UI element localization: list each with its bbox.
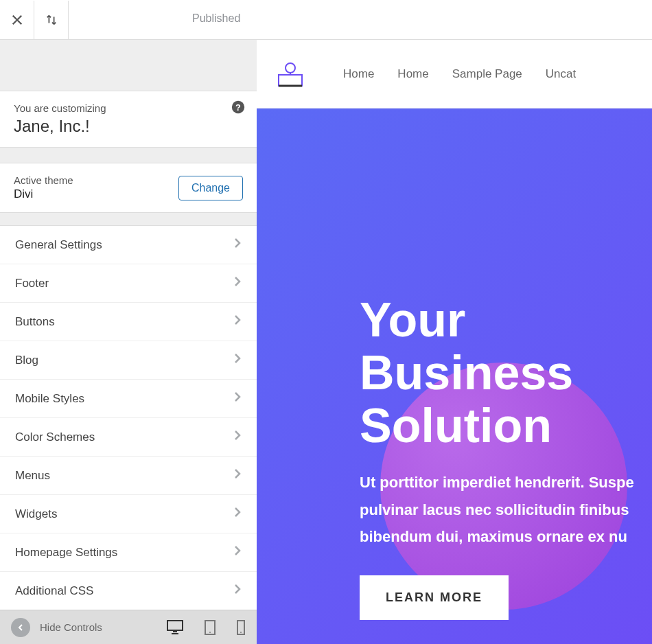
menu-item-label: Color Schemes	[15, 430, 95, 444]
customizing-sublabel: You are customizing	[14, 102, 243, 114]
nav-link[interactable]: Home	[397, 67, 428, 81]
hero-title: Your Business Solution	[360, 294, 652, 452]
chevron-right-icon	[233, 583, 242, 599]
theme-name: Divi	[14, 187, 73, 201]
hide-controls-label[interactable]: Hide Controls	[40, 621, 102, 633]
change-theme-button[interactable]: Change	[178, 176, 243, 200]
close-icon	[11, 14, 23, 26]
tablet-icon[interactable]	[203, 619, 217, 636]
chevron-right-icon	[233, 275, 242, 291]
help-icon[interactable]: ?	[231, 100, 246, 115]
chevron-right-icon	[233, 237, 242, 253]
chevron-right-icon	[233, 314, 242, 330]
menu-item-buttons[interactable]: Buttons	[0, 303, 257, 341]
spacer	[0, 213, 257, 225]
hero-title-line1: Your Business	[360, 293, 573, 400]
hero-p-line1: Ut porttitor imperdiet hendrerit. Suspe	[360, 474, 634, 491]
menu-item-label: Blog	[15, 354, 38, 367]
hero-p-line2: pulvinar lacus nec sollicitudin finibus	[360, 501, 629, 518]
hero-section: Your Business Solution Ut porttitor impe…	[257, 108, 652, 644]
menu-item-menus[interactable]: Menus	[0, 457, 257, 495]
publish-status: Published	[184, 8, 248, 29]
menu-item-label: Menus	[15, 469, 50, 483]
chevron-left-icon	[16, 623, 25, 632]
chevron-right-icon	[233, 429, 242, 445]
menu-item-label: Additional CSS	[15, 584, 93, 598]
site-header: Home Home Sample Page Uncat	[257, 40, 652, 108]
menu-item-footer[interactable]: Footer	[0, 264, 257, 303]
hero-paragraph: Ut porttitor imperdiet hendrerit. Suspe …	[360, 469, 652, 551]
svg-rect-2	[167, 621, 183, 630]
phone-icon[interactable]	[236, 619, 246, 636]
menu-item-widgets[interactable]: Widgets	[0, 495, 257, 533]
menu-item-general-settings[interactable]: General Settings	[0, 226, 257, 264]
nav-link[interactable]: Home	[343, 67, 374, 81]
top-bar: Published	[0, 0, 652, 40]
theme-label: Active theme	[14, 174, 73, 186]
main-area: You are customizing Jane, Inc.! ? Active…	[0, 40, 652, 644]
swap-icon	[45, 14, 58, 26]
chevron-right-icon	[233, 352, 242, 368]
chevron-right-icon	[233, 468, 242, 483]
active-theme-block: Active theme Divi Change	[0, 163, 257, 213]
site-title: Jane, Inc.!	[14, 117, 243, 136]
close-button[interactable]	[0, 1, 34, 39]
hero-p-line3: bibendum dui, maximus ornare ex nu	[360, 528, 627, 545]
menu-item-label: Widgets	[15, 507, 57, 521]
menu-item-additional-css[interactable]: Additional CSS	[0, 572, 257, 610]
collapse-button[interactable]	[11, 618, 30, 637]
logo-icon[interactable]	[275, 58, 306, 90]
menu-item-homepage-settings[interactable]: Homepage Settings	[0, 533, 257, 572]
menu-item-label: Buttons	[15, 315, 55, 329]
hero-title-line2: Solution	[360, 399, 552, 452]
chevron-right-icon	[233, 391, 242, 406]
spacer	[0, 40, 257, 91]
menu-item-label: Mobile Styles	[15, 392, 84, 406]
menu-item-label: Footer	[15, 277, 49, 290]
customizing-header: You are customizing Jane, Inc.! ?	[0, 91, 257, 148]
menu-item-blog[interactable]: Blog	[0, 341, 257, 380]
svg-point-9	[286, 63, 295, 73]
chevron-right-icon	[233, 544, 242, 560]
hero-content: Your Business Solution Ut porttitor impe…	[360, 294, 652, 620]
primary-nav: Home Home Sample Page Uncat	[343, 67, 576, 81]
footer-bar: Hide Controls	[0, 610, 257, 644]
menu-list: General Settings Footer Buttons Blog Mob…	[0, 225, 257, 610]
nav-link[interactable]: Sample Page	[452, 67, 522, 81]
swap-button[interactable]	[34, 1, 69, 39]
desktop-icon[interactable]	[166, 619, 184, 634]
svg-point-7	[240, 632, 242, 633]
device-switcher	[166, 619, 246, 636]
svg-rect-8	[279, 75, 302, 86]
learn-more-button[interactable]: LEARN MORE	[360, 575, 509, 620]
svg-text:?: ?	[235, 102, 241, 113]
menu-item-mobile-styles[interactable]: Mobile Styles	[0, 380, 257, 418]
menu-item-label: General Settings	[15, 238, 102, 252]
chevron-right-icon	[233, 506, 242, 522]
svg-point-5	[209, 632, 211, 633]
nav-link[interactable]: Uncat	[546, 67, 576, 81]
menu-item-color-schemes[interactable]: Color Schemes	[0, 418, 257, 457]
customizer-sidebar: You are customizing Jane, Inc.! ? Active…	[0, 40, 257, 644]
preview-pane: Home Home Sample Page Uncat Your Busines…	[257, 40, 652, 644]
menu-item-label: Homepage Settings	[15, 546, 117, 560]
